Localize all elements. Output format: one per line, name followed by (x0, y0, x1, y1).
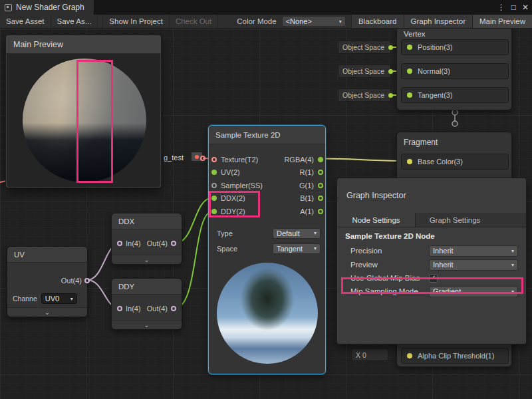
rgba-port-icon[interactable] (318, 157, 323, 162)
color-mode-label: Color Mode (218, 15, 281, 28)
chevron-down-icon: ⌄ (144, 322, 149, 329)
sample-texture-2d-node[interactable]: Sample Texture 2D Texture(T2) UV(2) Samp… (208, 125, 326, 374)
sampler-port-icon[interactable] (211, 183, 217, 188)
ddx-port-icon[interactable] (211, 196, 217, 201)
channel-dropdown[interactable]: UV0 ▾ (41, 293, 77, 304)
vertex-port-position[interactable]: Position(3) (401, 39, 509, 55)
fragment-node-title: Fragment (397, 132, 511, 147)
port-a[interactable]: A(1) (271, 205, 323, 218)
ddy-node[interactable]: DDY In(4) Out(4) ⌄ (111, 278, 182, 330)
mip-bias-checkbox[interactable]: ✓ (429, 274, 438, 283)
main-preview-toggle-button[interactable]: Main Preview (472, 15, 532, 28)
tangent-port-icon[interactable] (407, 92, 412, 98)
save-as-button[interactable]: Save As... (51, 15, 98, 28)
g-port-icon[interactable] (318, 183, 323, 188)
precision-dropdown[interactable]: Inherit ▾ (429, 245, 518, 257)
show-in-project-button[interactable]: Show In Project (102, 15, 170, 28)
alpha-clip-value-field[interactable]: X 0 (351, 348, 388, 361)
save-asset-button[interactable]: Save Asset (0, 15, 51, 28)
graph-canvas[interactable]: Vertex Position(3) Normal(3) Tangent(3) … (0, 29, 532, 399)
object-space-label: Object Space (342, 67, 384, 75)
port-uv[interactable]: UV(2) (211, 166, 278, 180)
mip-mode-value: Gradient (433, 287, 461, 295)
ddy-out-port[interactable]: Out(4) (147, 305, 176, 313)
base-color-port-label: Base Color(3) (418, 158, 463, 166)
space-dropdown[interactable]: Tangent ▾ (273, 243, 321, 254)
check-out-button[interactable]: Check Out (170, 15, 218, 28)
r-port-icon[interactable] (318, 170, 323, 175)
tab-graph-settings[interactable]: Graph Settings (416, 213, 494, 227)
in-port-icon[interactable] (117, 241, 122, 246)
tab-new-shader-graph[interactable]: New Shader Graph (0, 0, 94, 15)
texture-property-out-port[interactable] (200, 156, 205, 161)
uv-node[interactable]: UV Out(4) Channe UV0 ▾ ⌄ (7, 246, 88, 317)
vertex-node[interactable]: Vertex Position(3) Normal(3) Tangent(3) (396, 29, 512, 110)
port-texture[interactable]: Texture(T2) (211, 153, 278, 166)
blackboard-toggle-button[interactable]: Blackboard (351, 15, 404, 28)
port-ddx[interactable]: DDX(2) (211, 192, 278, 205)
kebab-menu-icon[interactable]: ⋮ (497, 3, 505, 12)
port-r[interactable]: R(1) (271, 166, 323, 180)
chevron-down-icon: ⌄ (45, 309, 50, 316)
normal-port-icon[interactable] (407, 68, 412, 74)
color-mode-dropdown[interactable]: <None> ▾ (282, 16, 346, 27)
ddx-node-title: DDX (112, 213, 182, 229)
space-port-icon (388, 69, 393, 74)
object-space-dropdown-tangent[interactable]: Object Space (338, 88, 391, 102)
port-ddy[interactable]: DDY(2) (211, 205, 278, 218)
ddy-in-port[interactable]: In(4) (117, 305, 141, 313)
alpha-clip-port-icon[interactable] (407, 353, 412, 358)
uv-port-icon[interactable] (211, 170, 217, 175)
port-g[interactable]: G(1) (271, 179, 323, 192)
port-sampler[interactable]: Sampler(SS) (211, 179, 278, 192)
ddy-node-title: DDY (112, 279, 182, 295)
uv-port-label: UV(2) (221, 168, 240, 176)
vertex-port-tangent[interactable]: Tangent(3) (401, 87, 509, 103)
out-port-label: Out(4) (61, 277, 82, 285)
r-port-label: R(1) (300, 168, 314, 176)
graph-inspector-title[interactable]: Graph Inspector (337, 178, 526, 213)
texture-port-icon[interactable] (211, 157, 217, 162)
rgba-port-label: RGBA(4) (284, 156, 314, 164)
tab-node-settings[interactable]: Node Settings (337, 213, 416, 227)
wire-rgba-to-basecolor[interactable] (321, 159, 403, 162)
object-space-dropdown-position[interactable]: Object Space (338, 41, 391, 54)
out-port-label: Out(4) (147, 239, 168, 247)
type-dropdown[interactable]: Default ▾ (273, 228, 321, 239)
maximize-icon[interactable]: □ (511, 3, 516, 12)
out-port-icon[interactable] (171, 241, 176, 246)
mip-sampling-mode-dropdown[interactable]: Gradient ▾ (429, 286, 518, 297)
preview-dropdown[interactable]: Inherit ▾ (429, 259, 518, 271)
object-space-dropdown-normal[interactable]: Object Space (338, 65, 391, 78)
dropdown-arrow-icon: ▾ (511, 262, 514, 268)
position-port-icon[interactable] (407, 45, 412, 50)
b-port-icon[interactable] (318, 196, 323, 201)
ddx-port-label: DDX(2) (221, 194, 245, 202)
collapse-chevron[interactable]: ⌄ (112, 320, 182, 329)
tangent-port-label: Tangent(3) (418, 91, 453, 99)
mip-bias-label: Use Global Mip Bias (350, 274, 420, 282)
collapse-chevron[interactable]: ⌄ (112, 255, 182, 264)
uv-out-port-icon[interactable] (84, 278, 90, 283)
collapse-chevron[interactable]: ⌄ (7, 307, 87, 317)
main-preview-title[interactable]: Main Preview (6, 35, 161, 54)
in-port-icon[interactable] (117, 306, 122, 311)
ddx-in-port[interactable]: In(4) (117, 239, 141, 247)
ddx-out-port[interactable]: Out(4) (147, 239, 176, 247)
dropdown-arrow-icon: ▾ (314, 230, 317, 236)
port-rgba[interactable]: RGBA(4) (271, 153, 323, 166)
fragment-port-alpha-clip[interactable]: Alpha Clip Threshold(1) (401, 348, 509, 364)
uv-out-port[interactable]: Out(4) (61, 277, 82, 285)
ddy-port-icon[interactable] (211, 209, 217, 214)
port-b[interactable]: B(1) (271, 192, 323, 205)
ddx-node[interactable]: DDX In(4) Out(4) ⌄ (111, 213, 182, 265)
space-value: Tangent (277, 245, 303, 253)
fragment-port-base-color[interactable]: Base Color(3) (401, 154, 509, 170)
base-color-port-icon[interactable] (407, 159, 412, 164)
vertex-port-normal[interactable]: Normal(3) (401, 63, 509, 79)
shader-graph-icon (5, 4, 12, 11)
graph-inspector-toggle-button[interactable]: Graph Inspector (404, 15, 472, 28)
out-port-icon[interactable] (171, 306, 176, 311)
a-port-icon[interactable] (318, 209, 323, 214)
close-icon[interactable]: ✕ (522, 3, 529, 12)
